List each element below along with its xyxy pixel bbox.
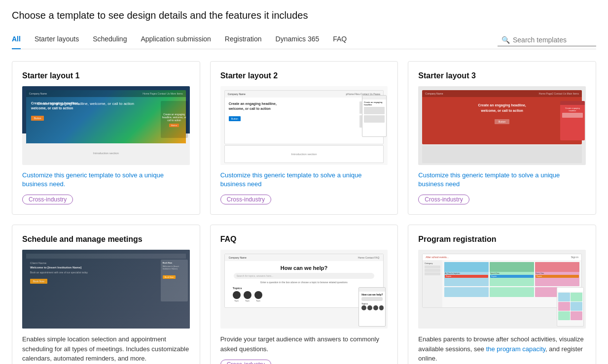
page-title: Choose a template to see design details … xyxy=(12,10,596,21)
card-description[interactable]: Customize this generic template to solve… xyxy=(22,171,190,189)
card-tag: Cross-industry xyxy=(418,195,469,204)
card-tag: Cross-industry xyxy=(22,195,73,204)
tab-all[interactable]: All xyxy=(12,31,21,49)
card-program-registration: Program registration After school events… xyxy=(408,225,596,364)
card-preview-program[interactable]: After school events... Sign in Category xyxy=(418,250,586,329)
card-description[interactable]: Customize this generic template to solve… xyxy=(418,171,586,189)
nav-tabs: All Starter layouts Scheduling Applicati… xyxy=(12,31,498,49)
card-starter-layout-2: Starter layout 2 Company Name pHome File… xyxy=(210,61,398,215)
card-preview-faq[interactable]: Company Name Home Contact FAQ How can we… xyxy=(220,250,388,329)
tab-scheduling[interactable]: Scheduling xyxy=(93,31,127,49)
card-tag: Cross-industry xyxy=(220,360,271,364)
card-title: Starter layout 2 xyxy=(220,71,388,80)
card-description: Provide your target audience with answer… xyxy=(220,334,388,354)
tab-faq[interactable]: FAQ xyxy=(333,31,347,49)
card-title: Schedule and manage meetings xyxy=(22,235,190,244)
card-schedule-meetings: Schedule and manage meetings Client Name… xyxy=(12,225,200,364)
tab-starter-layouts[interactable]: Starter layouts xyxy=(35,31,79,49)
card-description[interactable]: Customize this generic template to solve… xyxy=(220,171,388,189)
search-input[interactable] xyxy=(513,36,592,44)
card-tag: Cross-industry xyxy=(220,195,271,204)
card-description: Enables simple location selection and ap… xyxy=(22,334,190,364)
page-container: Choose a template to see design details … xyxy=(0,0,608,364)
card-title: Starter layout 3 xyxy=(418,71,586,80)
tab-registration[interactable]: Registration xyxy=(225,31,262,49)
card-starter-layout-1: Starter layout 1 Company Name Home Pages… xyxy=(12,61,200,215)
nav-bar: All Starter layouts Scheduling Applicati… xyxy=(12,31,596,49)
card-preview-schedule[interactable]: Client Name Welcome to [Insert Instituti… xyxy=(22,250,190,329)
tab-dynamics-365[interactable]: Dynamics 365 xyxy=(276,31,320,49)
card-title: FAQ xyxy=(220,235,388,244)
card-preview-starter1[interactable]: Company Name Home Pages Contact Us More … xyxy=(22,86,190,165)
tab-application-submission[interactable]: Application submission xyxy=(141,31,211,49)
card-title: Program registration xyxy=(418,235,586,244)
card-faq: FAQ Company Name Home Contact FAQ How ca… xyxy=(210,225,398,364)
card-preview-starter3[interactable]: Company Name Home Page2 Contact Us Main … xyxy=(418,86,586,165)
search-icon: 🔍 xyxy=(501,36,510,44)
card-title: Starter layout 1 xyxy=(22,71,190,80)
card-description: Enables parents to browse after school a… xyxy=(418,334,586,364)
card-starter-layout-3: Starter layout 3 Company Name Home Page2… xyxy=(408,61,596,215)
card-preview-starter2[interactable]: Company Name pHome Files Contact Us Page… xyxy=(220,86,388,165)
search-box: 🔍 xyxy=(498,34,596,46)
cards-grid: Starter layout 1 Company Name Home Pages… xyxy=(12,61,596,364)
